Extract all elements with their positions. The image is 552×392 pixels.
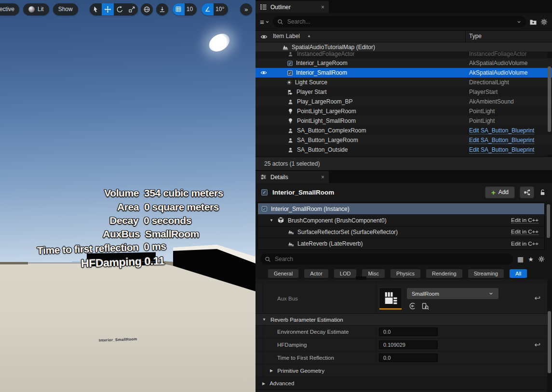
favorites-star-icon[interactable]: ★	[528, 256, 534, 263]
add-component-button[interactable]: + Add	[485, 186, 515, 198]
outliner-search-input[interactable]	[286, 18, 513, 26]
tree-row-sa-button-largeroom[interactable]: SA_Button_LargeRoom Edit SA_Button_Bluep…	[256, 135, 552, 145]
component-row-instance[interactable]: ✓ Interior_SmallRoom (Instance)	[258, 203, 544, 215]
scale-tool-button[interactable]	[126, 3, 138, 15]
property-row-time-to-first-reflection[interactable]: Time to First Reflection	[256, 352, 547, 365]
column-divider[interactable]	[465, 31, 466, 42]
reset-to-default-icon[interactable]: ↩	[534, 340, 540, 349]
wwise-aux-bus-icon	[383, 291, 398, 305]
row-label: SA_Button_LargeRoom	[297, 137, 358, 144]
details-settings-button[interactable]	[538, 256, 545, 262]
aux-bus-dropdown[interactable]: SmallRoom	[407, 288, 498, 299]
section-reverb-parameter-estimation[interactable]: ▼ Reverb Parameter Estimation	[256, 314, 547, 326]
filter-chip-rendering[interactable]: Rendering	[426, 269, 462, 278]
close-icon[interactable]: ×	[321, 4, 324, 11]
perspective-button[interactable]: Perspective	[0, 3, 19, 15]
tab-outliner[interactable]: Outliner ×	[256, 1, 329, 13]
grid-snap-toggle[interactable]	[173, 3, 185, 15]
use-selected-icon	[409, 302, 416, 310]
tree-row-sa-button-outside[interactable]: SA_Button_Outside Edit SA_Button_Bluepri…	[256, 145, 552, 155]
component-row-surfacereflectorset[interactable]: SurfaceReflectorSet (SurfaceReflector) E…	[258, 226, 544, 238]
component-label: LateReverb (LateReverb)	[297, 240, 363, 247]
surface-snapping-button[interactable]	[156, 3, 168, 15]
tree-row-pointlight-smallroom[interactable]: PointLight_SmallRoom PointLight	[256, 116, 552, 126]
outliner-search[interactable]	[273, 16, 526, 27]
tree-row-world[interactable]: SpatialAudioTutorialMap (Editor)	[256, 42, 552, 52]
hfdamping-input[interactable]	[379, 340, 438, 349]
edit-blueprint-link[interactable]: Edit SA_Button_Blueprint	[469, 146, 534, 154]
move-tool-button[interactable]	[102, 3, 114, 15]
tree-row-player-start[interactable]: Player Start PlayerStart	[256, 87, 552, 97]
display-mode-icon[interactable]: ▦	[517, 255, 524, 263]
outliner-scrollbar[interactable]	[548, 66, 551, 132]
environment-decay-input[interactable]	[379, 327, 438, 336]
details-panel: Details × ✓ Interior_SmallRoom + Add ✓ I…	[256, 170, 552, 392]
tree-row-play-largeroom-bp[interactable]: Play_LargeRoom_BP AkAmbientSound	[256, 97, 552, 106]
property-row-hfdamping[interactable]: HFDamping ↩	[256, 339, 547, 352]
outliner-toolbar: ≡	[256, 13, 552, 30]
create-folder-button[interactable]	[529, 18, 537, 26]
instance-checkbox[interactable]: ✓	[262, 206, 267, 211]
grid-snap-value[interactable]: 10	[185, 6, 197, 13]
aux-bus-thumbnail[interactable]	[379, 287, 402, 310]
rotate-icon	[116, 6, 123, 13]
edit-blueprint-link[interactable]: Edit SA_Button_Blueprint	[469, 137, 534, 144]
details-search[interactable]	[260, 254, 513, 264]
edit-blueprint-link[interactable]: Edit SA_Button_Blueprint	[469, 127, 534, 134]
component-row-brushcomponent[interactable]: ▼ BrushComponent (BrushComponent0) Edit …	[258, 215, 544, 226]
world-space-toggle[interactable]	[141, 3, 153, 15]
filter-chip-general[interactable]: General	[268, 269, 298, 278]
tree-row-sa-button-complexroom[interactable]: SA_Button_ComplexRoom Edit SA_Button_Blu…	[256, 126, 552, 135]
property-row-environment-decay[interactable]: Environment Decay Estimate	[256, 326, 547, 339]
outliner-column-header[interactable]: Item Label ▲ Type	[256, 30, 552, 42]
filter-chip-streaming[interactable]: Streaming	[468, 269, 504, 278]
details-scrollbar[interactable]	[548, 311, 551, 373]
section-label: Advanced	[269, 380, 294, 386]
tree-row-interior-largeroom[interactable]: ✓ Interior_LargeRoom AkSpatialAudioVolum…	[256, 58, 552, 68]
rotate-tool-button[interactable]	[114, 3, 126, 15]
section-primitive-geometry[interactable]: ▶ Primitive Geometry	[256, 365, 547, 377]
filter-chip-physics[interactable]: Physics	[390, 269, 420, 278]
rotation-snap-toggle[interactable]: ∠	[202, 3, 214, 15]
outliner-settings-button[interactable]	[540, 18, 548, 26]
tree-row-interior-smallroom[interactable]: ✓ Interior_SmallRoom AkSpatialAudioVolum…	[256, 68, 552, 78]
edit-in-cpp-link[interactable]: Edit in C++	[511, 229, 539, 235]
tab-details-label: Details	[270, 174, 288, 181]
edit-in-cpp-link[interactable]: Edit in C++	[511, 241, 539, 247]
toolbar-overflow-button[interactable]: »	[240, 3, 252, 15]
filter-chip-actor[interactable]: Actor	[304, 269, 328, 278]
edit-in-cpp-link[interactable]: Edit in C++	[511, 217, 539, 223]
close-icon[interactable]: ×	[321, 174, 324, 181]
expand-caret-icon[interactable]: ▼	[269, 218, 273, 222]
column-type[interactable]: Type	[469, 33, 482, 39]
column-item-label[interactable]: Item Label	[273, 33, 300, 39]
component-tree-scrollbar[interactable]	[547, 204, 550, 238]
browse-asset-button[interactable]	[421, 302, 429, 310]
filter-chip-all[interactable]: All	[510, 269, 527, 278]
tree-row-pointlight-largeroom[interactable]: PointLight_LargeRoom PointLight	[256, 106, 552, 116]
select-tool-button[interactable]	[90, 3, 102, 15]
use-selected-asset-button[interactable]	[409, 302, 416, 310]
tree-row-light-source[interactable]: ☀ Light Source DirectionalLight	[256, 78, 552, 87]
visibility-column-eye-icon[interactable]	[260, 33, 268, 40]
filter-chip-lod[interactable]: LOD	[334, 269, 357, 278]
rotation-snap-value[interactable]: 10°	[214, 6, 228, 13]
lock-button[interactable]	[539, 188, 546, 196]
outliner-tabstrip: Outliner ×	[256, 0, 552, 13]
component-row-latereverb[interactable]: LateReverb (LateReverb) Edit in C++	[258, 238, 544, 249]
reset-to-default-icon[interactable]: ↩	[534, 294, 540, 302]
details-search-input[interactable]	[274, 255, 509, 263]
viewport-3d[interactable]: Volume 354 cubic meters Area 0 square me…	[0, 0, 256, 392]
open-blueprint-button[interactable]	[520, 186, 534, 198]
actor-checkbox[interactable]: ✓	[261, 189, 268, 196]
search-options-chevron-icon[interactable]	[516, 19, 522, 25]
filter-button[interactable]: ≡	[260, 18, 269, 26]
lit-mode-button[interactable]: Lit	[23, 3, 49, 15]
eye-icon[interactable]	[260, 69, 267, 76]
time-to-first-reflection-input[interactable]	[379, 353, 438, 362]
section-advanced[interactable]: ▶ Advanced	[256, 377, 547, 390]
show-menu-button[interactable]: Show	[53, 3, 78, 15]
ak-volume-icon: ✓	[287, 70, 293, 76]
tree-row-instancedfoliageactor[interactable]: InstancedFoliageActor InstancedFoliageAc…	[256, 52, 552, 58]
tab-details[interactable]: Details ×	[256, 171, 329, 183]
